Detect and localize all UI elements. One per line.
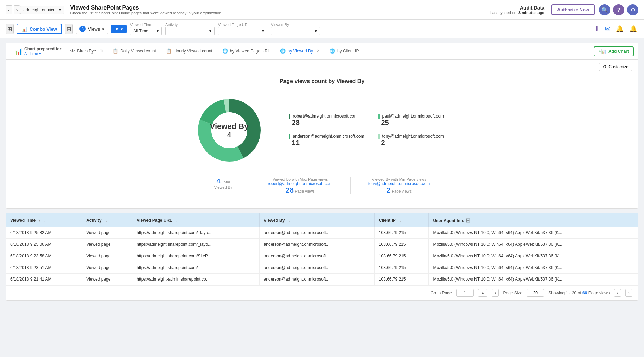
email-btn[interactable]: ✉ — [604, 24, 612, 34]
table-row: 6/18/2018 9:23:51 AM Viewed page https:/… — [6, 262, 638, 274]
cell-url: https://admeight.sharepoint.com/SiteP... — [132, 250, 259, 262]
add-chart-icon: +📊 — [599, 49, 606, 54]
add-chart-btn[interactable]: +📊 Add Chart — [594, 46, 634, 56]
legend-item-paul: paul@admeight.onmicrosoft.com 25 — [378, 114, 454, 127]
next-page-btn[interactable]: › — [625, 289, 632, 297]
views-label: Views — [88, 26, 100, 32]
page-title: Viewed SharePoint Pages — [70, 5, 222, 11]
chart-tab-close-btn[interactable]: ✕ — [317, 49, 320, 53]
legend-count-paul: 25 — [378, 119, 454, 127]
cell-viewed-by: anderson@admeight.onmicrosoft.... — [259, 250, 374, 262]
footer-max-count: 28 — [286, 186, 294, 194]
chart-tab-all-time[interactable]: 📊 Chart prepared for All Time ▾ — [10, 43, 65, 60]
download-btn[interactable]: ⬇ — [593, 24, 601, 34]
cell-user-agent: Mozilla/5.0 (Windows NT 10.0; Win64; x64… — [429, 250, 638, 262]
page-title-section: Viewed SharePoint Pages Check the list o… — [70, 5, 222, 15]
cell-viewed-time: 6/18/2018 9:25:32 AM — [6, 227, 82, 239]
chart-tab-by-viewed-by[interactable]: 🌐 by Viewed By ✕ — [275, 44, 325, 58]
col-header-client-ip[interactable]: Client IP ⋮ — [374, 213, 429, 227]
col-header-activity[interactable]: Activity ⋮ — [82, 213, 132, 227]
page-first-btn[interactable]: ‹ — [492, 289, 499, 297]
url-filter: Viewed Page URL ▾ — [218, 23, 267, 35]
chart-tab-birds-eye[interactable]: 👁 Bird's Eye ⊞ — [65, 44, 108, 58]
chart-content: Page views count by Viewed By — [6, 71, 638, 208]
breadcrumb-dropdown[interactable]: admeight.onmicr... ▾ — [20, 6, 64, 14]
chart-tab-daily[interactable]: 📋 Daily Viewed count — [108, 44, 161, 58]
views-chevron-icon: ▾ — [102, 26, 104, 32]
cell-viewed-by: anderson@admeight.onmicrosoft.... — [259, 274, 374, 285]
col-header-url[interactable]: Viewed Page URL ⋮ — [132, 213, 259, 227]
cell-activity: Viewed page — [82, 274, 132, 285]
toolbar: ⊞ 📊 Combo View ⊟ 8 Views ▾ ▼ ▾ Viewed Ti… — [0, 20, 644, 38]
page-up-btn[interactable]: ▲ — [478, 289, 488, 297]
grid-view-btn[interactable]: ⊞ — [6, 24, 14, 34]
footer-min-sub: Page views — [392, 189, 412, 193]
combo-view-btn[interactable]: 📊 Combo View — [17, 24, 62, 34]
page-subtitle: Check the list of SharePoint Online page… — [70, 11, 222, 15]
legend-email-anderson: anderson@admeight.onmicrosoft.com — [289, 134, 364, 139]
authorize-btn[interactable]: Authorize Now — [551, 4, 595, 15]
prev-page-btn[interactable]: ‹ — [614, 289, 621, 297]
topbar-icons: 🔍 ? ⚙ — [599, 4, 638, 15]
help-icon-btn[interactable]: ? — [613, 4, 624, 15]
url-dropdown[interactable]: ▾ — [218, 27, 267, 35]
col-menu-icon[interactable]: ⋮ — [398, 218, 402, 223]
settings-icon-btn[interactable]: ⚙ — [627, 4, 638, 15]
cell-activity: Viewed page — [82, 262, 132, 274]
footer-min: Viewed By with Min Page views tony@admei… — [368, 177, 430, 194]
legend-count-robert: 28 — [289, 119, 364, 127]
views-count-badge: 8 — [79, 26, 86, 32]
legend-email-paul: paul@admeight.onmicrosoft.com — [378, 114, 454, 119]
viewed-by-dropdown[interactable]: ▾ — [271, 27, 320, 35]
alert-btn[interactable]: 🔔 — [628, 24, 638, 34]
views-dropdown-btn[interactable]: 8 Views ▾ — [76, 24, 108, 34]
footer-total-sub: Viewed By — [214, 185, 232, 189]
col-menu-icon[interactable]: ⋮ — [43, 218, 47, 223]
chart-tab-hourly[interactable]: 📋 Hourly Viewed count — [161, 44, 217, 58]
filter-btn[interactable]: ▼ ▾ — [111, 25, 127, 33]
activity-dropdown[interactable]: ▾ — [165, 27, 215, 35]
viewed-time-filter: Viewed Time All Time ▾ — [130, 23, 162, 35]
sort-icon: ▾ — [38, 218, 40, 223]
col-header-user-agent[interactable]: User Agent Info ⊞ — [429, 213, 638, 227]
cell-viewed-time: 6/18/2018 9:23:51 AM — [6, 262, 82, 274]
table-row: 6/18/2018 9:23:58 AM Viewed page https:/… — [6, 250, 638, 262]
filter-icon: ▼ — [115, 26, 119, 32]
table-view-btn[interactable]: ⊟ — [65, 24, 73, 34]
chevron-down-icon: ▾ — [157, 29, 159, 33]
table-settings-btn[interactable]: ⊞ — [466, 217, 470, 224]
birds-eye-sort-icon: ⊞ — [100, 49, 103, 53]
page-size-input[interactable] — [527, 289, 544, 297]
customize-btn[interactable]: ⚙ Customize — [599, 63, 632, 71]
viewed-time-select: Viewed Time All Time ▾ — [130, 23, 162, 35]
legend-item-robert: robert@admeight.onmicrosoft.com 28 — [289, 114, 364, 127]
table-header-row: Viewed Time ▾ ⋮ Activity ⋮ Viewed Page U… — [6, 213, 638, 227]
col-menu-icon[interactable]: ⋮ — [287, 218, 291, 223]
cell-url: https://admeight.sharepoint.com/ — [132, 262, 259, 274]
chart-tab-by-url[interactable]: 🌐 by Viewed Page URL — [217, 44, 275, 58]
chart-tab-birds-eye-label: Bird's Eye — [77, 49, 96, 54]
col-header-viewed-by[interactable]: Viewed By ⋮ — [259, 213, 374, 227]
col-menu-icon[interactable]: ⋮ — [104, 218, 108, 223]
chevron-down-icon: ▾ — [315, 29, 317, 33]
add-chart-label: Add Chart — [608, 49, 629, 54]
chart-tab-by-client[interactable]: 🌐 by Client IP — [325, 44, 364, 58]
page-number-input[interactable] — [456, 289, 474, 297]
search-icon-btn[interactable]: 🔍 — [599, 4, 610, 15]
viewed-time-dropdown[interactable]: All Time ▾ — [130, 27, 162, 35]
client-chart-icon: 🌐 — [330, 48, 335, 54]
viewed-by-label: Viewed By — [271, 23, 320, 27]
donut-label: Viewed By — [210, 122, 249, 131]
cell-client-ip: 103.66.79.215 — [374, 239, 429, 250]
schedule-btn[interactable]: 🔔 — [614, 24, 625, 34]
chevron-down-icon: ▾ — [59, 7, 61, 12]
footer-total-label: Total — [222, 180, 230, 184]
chart-title: Page views count by Viewed By — [13, 78, 631, 84]
col-menu-icon[interactable]: ⋮ — [175, 218, 179, 223]
table-body: 6/18/2018 9:25:32 AM Viewed page https:/… — [6, 227, 638, 285]
cell-user-agent: Mozilla/5.0 (Windows NT 10.0; Win64; x64… — [429, 227, 638, 239]
nav-back-btn[interactable]: ‹ — [6, 5, 12, 14]
nav-forward-btn[interactable]: › — [14, 5, 20, 14]
col-header-viewed-time[interactable]: Viewed Time ▾ ⋮ — [6, 213, 82, 227]
cell-viewed-by: anderson@admeight.onmicrosoft.... — [259, 227, 374, 239]
